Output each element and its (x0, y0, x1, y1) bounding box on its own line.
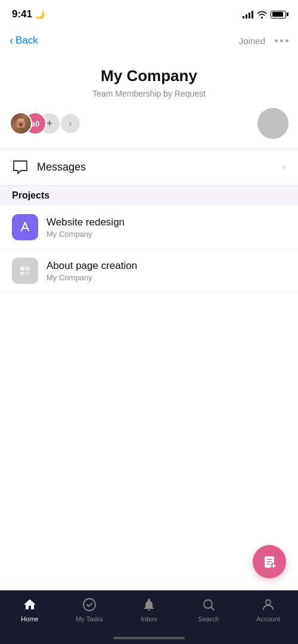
battery-icon (271, 11, 286, 18)
messages-label: Messages (37, 161, 86, 174)
bottom-nav: Home My Tasks Inbox Search (0, 590, 298, 644)
nav-item-search[interactable]: Search (179, 596, 238, 623)
project-item[interactable]: Website redesign My Company (0, 206, 298, 249)
project-team: My Company (46, 230, 125, 239)
message-bubble-icon (12, 159, 29, 175)
inbox-icon (141, 596, 157, 613)
svg-point-14 (83, 599, 95, 611)
nav-label-account: Account (256, 615, 280, 623)
back-chevron-icon: ‹ (10, 35, 13, 47)
more-options-button[interactable] (275, 39, 288, 42)
project-info: Website redesign My Company (46, 216, 125, 239)
team-header: My Company Team Membership by Request a0… (0, 55, 298, 148)
nav-right: Joined (239, 36, 288, 46)
chevron-right-icon: › (69, 118, 72, 129)
project-list: Website redesign My Company About page c… (0, 206, 298, 293)
avatar (10, 112, 32, 135)
nav-bar: ‹ Back Joined (0, 26, 298, 55)
team-name: My Company (101, 67, 197, 85)
messages-left: Messages (12, 159, 86, 175)
nav-label-home: Home (21, 615, 38, 623)
moon-icon: 🌙 (35, 10, 45, 19)
team-subtitle: Team Membership by Request (92, 89, 206, 98)
my-tasks-icon (81, 596, 98, 613)
home-indicator (113, 637, 185, 639)
back-label: Back (15, 35, 38, 47)
projects-section-header: Projects (0, 185, 298, 206)
nav-label-inbox: Inbox (141, 615, 157, 623)
nav-item-my-tasks[interactable]: My Tasks (60, 596, 119, 623)
svg-point-17 (266, 600, 271, 605)
messages-row[interactable]: Messages › (0, 149, 298, 185)
wifi-icon (257, 11, 267, 18)
search-icon (200, 596, 217, 613)
home-icon (21, 596, 38, 613)
nav-item-inbox[interactable]: Inbox (119, 596, 179, 623)
svg-rect-5 (20, 272, 24, 275)
nav-label-search: Search (198, 615, 219, 623)
project-item[interactable]: About page creation My Company (0, 249, 298, 293)
chevron-right-icon: › (283, 161, 286, 174)
add-icon: + (46, 117, 53, 130)
project-name: About page creation (46, 260, 137, 272)
project-icon-purple (12, 214, 38, 240)
back-button[interactable]: ‹ Back (10, 35, 38, 47)
svg-rect-6 (26, 272, 30, 275)
svg-line-16 (212, 608, 215, 611)
projects-title: Projects (12, 190, 49, 200)
svg-rect-4 (26, 267, 30, 271)
joined-status: Joined (239, 36, 265, 46)
nav-item-home[interactable]: Home (0, 596, 60, 623)
avatar-placeholder (257, 108, 288, 139)
see-more-members[interactable]: › (61, 114, 80, 133)
svg-point-2 (19, 123, 23, 126)
nav-label-my-tasks: My Tasks (76, 615, 103, 623)
project-team: My Company (46, 273, 137, 282)
account-icon (260, 596, 277, 613)
status-icons (243, 10, 286, 18)
status-time: 9:41 (12, 8, 32, 20)
svg-rect-1 (18, 119, 24, 121)
project-icon-gray (12, 258, 38, 284)
nav-item-account[interactable]: Account (238, 596, 298, 623)
members-avatars[interactable]: a0 + › (10, 112, 80, 135)
project-name: Website redesign (46, 216, 125, 228)
create-task-fab[interactable] (253, 545, 286, 578)
signal-icon (243, 10, 253, 18)
svg-rect-3 (20, 267, 24, 271)
status-bar: 9:41 🌙 (0, 0, 298, 26)
project-info: About page creation My Company (46, 260, 137, 282)
